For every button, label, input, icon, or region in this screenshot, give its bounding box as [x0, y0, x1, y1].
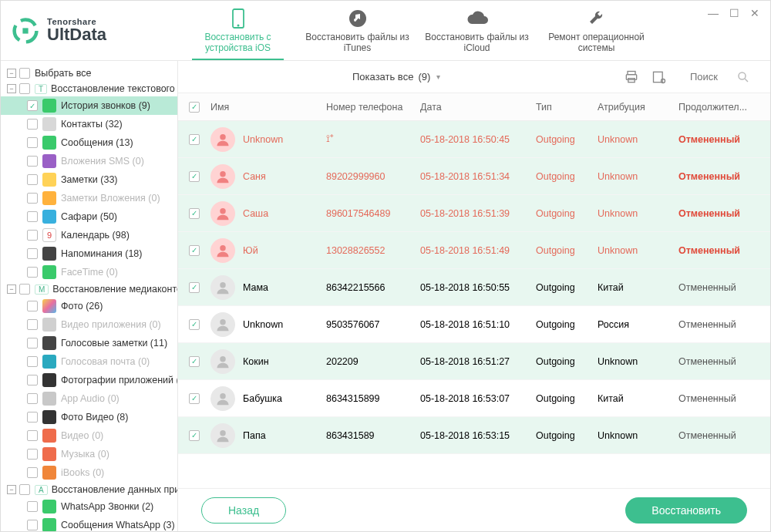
item-checkbox[interactable] [27, 119, 38, 130]
tree-item[interactable]: Фотографии приложений (24 [1, 371, 177, 389]
tree-item[interactable]: Сообщения (13) [1, 133, 177, 152]
group-checkbox[interactable] [19, 83, 30, 94]
tree-item[interactable]: Сообщения WhatsApp (3) [1, 516, 177, 531]
back-button[interactable]: Назад [201, 497, 286, 524]
sidebar-tree[interactable]: −Выбрать все−TВосстановление текстового … [1, 61, 178, 531]
tree-item[interactable]: История звонков (9) [1, 96, 177, 115]
tree-item[interactable]: Фото (26) [1, 297, 177, 315]
item-checkbox[interactable] [27, 156, 38, 167]
select-all-row[interactable]: −Выбрать все [1, 66, 177, 81]
row-checkbox[interactable] [189, 430, 200, 441]
tree-item[interactable]: Контакты (32) [1, 115, 177, 133]
item-checkbox[interactable] [27, 319, 38, 330]
tree-item[interactable]: Сафари (50) [1, 207, 177, 226]
table-row[interactable]: Юй 13028826552 05-18-2018 16:51:49 Outgo… [178, 232, 770, 269]
expander-icon[interactable]: − [7, 285, 16, 294]
print-icon[interactable] [624, 69, 639, 85]
col-dur[interactable]: Продолжител... [678, 102, 756, 113]
row-checkbox[interactable] [189, 393, 200, 404]
row-checkbox[interactable] [189, 319, 200, 330]
item-checkbox[interactable] [27, 301, 38, 311]
tree-item[interactable]: App Audio (0) [1, 389, 177, 408]
tree-item[interactable]: Заметки (33) [1, 170, 177, 189]
item-checkbox[interactable] [27, 467, 38, 478]
item-checkbox[interactable] [27, 174, 38, 185]
close-button[interactable]: ✕ [750, 7, 759, 19]
item-checkbox[interactable] [27, 211, 38, 222]
item-checkbox[interactable] [27, 248, 38, 259]
recover-button[interactable]: Восстановить [625, 497, 747, 524]
max-button[interactable]: ☐ [729, 7, 739, 19]
item-label: История звонков (9) [61, 100, 150, 111]
tab-3[interactable]: Ремонт операционной системы [537, 1, 656, 60]
tree-item[interactable]: Голосовые заметки (11) [1, 334, 177, 352]
tree-item[interactable]: Видео приложения (0) [1, 315, 177, 334]
search-input[interactable] [690, 71, 736, 82]
tree-item[interactable]: Видео (0) [1, 426, 177, 445]
min-button[interactable]: — [708, 7, 719, 19]
item-checkbox[interactable] [27, 430, 38, 441]
table-body[interactable]: Unknown ⟟⁺ 05-18-2018 16:50:45 Outgoing … [178, 121, 770, 488]
table-row[interactable]: Папа 863431589 05-18-2018 16:53:15 Outgo… [178, 417, 770, 454]
group-checkbox[interactable] [19, 484, 30, 495]
table-row[interactable]: Мама 86342215566 05-18-2018 16:50:55 Out… [178, 269, 770, 306]
item-checkbox[interactable] [27, 520, 38, 530]
tab-2[interactable]: Восстановить файлы из iCloud [417, 1, 537, 60]
settings-list-icon[interactable] [651, 69, 667, 85]
select-all-checkbox[interactable] [19, 68, 30, 79]
tree-item[interactable]: Музыка (0) [1, 445, 177, 463]
item-checkbox[interactable] [27, 338, 38, 348]
tree-group-2[interactable]: −AВосстановление данных приложений [1, 482, 177, 497]
expander-icon[interactable]: − [7, 84, 16, 93]
filter-dropdown[interactable]: Показать все (9) ▾ [352, 71, 440, 82]
tree-group-1[interactable]: −MВосстановление медиаконтента [1, 281, 177, 297]
group-checkbox[interactable] [19, 284, 30, 295]
select-all-rows-checkbox[interactable] [189, 102, 200, 113]
item-checkbox[interactable] [27, 267, 38, 278]
table-row[interactable]: Unknown 9503576067 05-18-2018 16:51:10 O… [178, 306, 770, 343]
row-checkbox[interactable] [189, 245, 200, 256]
tree-item[interactable]: iBooks (0) [1, 463, 177, 482]
cell-phone: 86342215566 [326, 282, 420, 293]
tree-item[interactable]: WhatsApp Звонки (2) [1, 497, 177, 516]
tree-item[interactable]: Напоминания (18) [1, 244, 177, 263]
item-checkbox[interactable] [27, 230, 38, 241]
item-checkbox[interactable] [27, 412, 38, 423]
col-phone[interactable]: Номер телефона [326, 102, 420, 113]
row-checkbox[interactable] [189, 171, 200, 182]
tab-0[interactable]: Восстановить с устройства iOS [178, 1, 298, 60]
row-checkbox[interactable] [189, 356, 200, 367]
item-checkbox[interactable] [27, 100, 38, 111]
tree-group-0[interactable]: −TВосстановление текстового содержи [1, 81, 177, 96]
row-checkbox[interactable] [189, 282, 200, 293]
item-checkbox[interactable] [27, 501, 38, 512]
item-checkbox[interactable] [27, 393, 38, 404]
item-checkbox[interactable] [27, 137, 38, 148]
expander-icon[interactable]: − [7, 485, 16, 494]
table-row[interactable]: Саня 89202999960 05-18-2018 16:51:34 Out… [178, 158, 770, 195]
tree-item[interactable]: 9Календарь (98) [1, 226, 177, 244]
row-checkbox[interactable] [189, 134, 200, 145]
item-checkbox[interactable] [27, 375, 38, 386]
col-date[interactable]: Дата [420, 102, 536, 113]
tree-item[interactable]: FaceTime (0) [1, 263, 177, 281]
item-checkbox[interactable] [27, 449, 38, 460]
table-row[interactable]: Unknown ⟟⁺ 05-18-2018 16:50:45 Outgoing … [178, 121, 770, 158]
search-box[interactable] [690, 70, 750, 84]
tree-item[interactable]: Голосовая почта (0) [1, 352, 177, 371]
tab-1[interactable]: Восстановить файлы из iTunes [298, 1, 417, 60]
table-row[interactable]: Саша 896017546489 05-18-2018 16:51:39 Ou… [178, 195, 770, 232]
tree-item[interactable]: Заметки Вложения (0) [1, 189, 177, 207]
category-icon [42, 136, 56, 150]
row-checkbox[interactable] [189, 208, 200, 219]
col-name[interactable]: Имя [210, 102, 326, 113]
col-type[interactable]: Тип [536, 102, 598, 113]
item-checkbox[interactable] [27, 193, 38, 204]
item-checkbox[interactable] [27, 356, 38, 367]
expander-icon[interactable]: − [7, 69, 16, 78]
table-row[interactable]: Кокин 202209 05-18-2018 16:51:27 Outgoin… [178, 343, 770, 380]
table-row[interactable]: Бабушка 8634315899 05-18-2018 16:53:07 O… [178, 380, 770, 417]
col-attr[interactable]: Атрибуция [598, 102, 678, 113]
tree-item[interactable]: Вложения SMS (0) [1, 152, 177, 170]
tree-item[interactable]: Фото Видео (8) [1, 408, 177, 426]
